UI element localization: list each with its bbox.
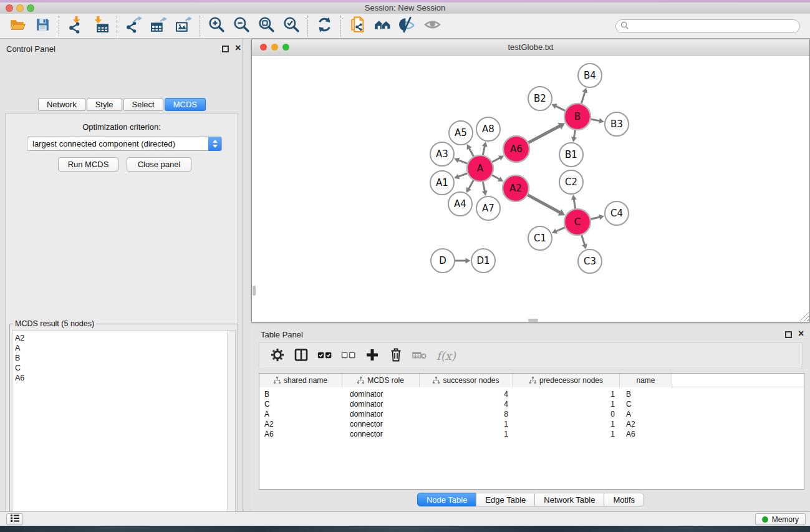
mcds-list-scrollbar[interactable]: [227, 331, 235, 532]
memory-button[interactable]: Memory: [755, 513, 806, 525]
cell-mcds-role[interactable]: connector: [342, 429, 420, 439]
column-header-predecessor-nodes[interactable]: predecessor nodes: [513, 374, 620, 387]
optimization-criterion-select[interactable]: largest connected component (directed): [27, 137, 222, 151]
close-table-panel-icon[interactable]: ×: [798, 327, 804, 340]
select-all-rows-button[interactable]: [316, 346, 334, 367]
table-row[interactable]: A2connector11A2: [259, 419, 804, 429]
canvas-vertical-scroll-thumb[interactable]: [253, 286, 256, 296]
network-canvas[interactable]: B4B2BB3A5A8A6B1A3AA1C2A2A4A7CC4C1C3DD1: [253, 56, 809, 322]
show-column-button[interactable]: [292, 346, 311, 367]
graph-edge-C-C4[interactable]: [590, 217, 600, 220]
cell-mcds-role[interactable]: connector: [342, 419, 420, 429]
graph-edge-A-A6[interactable]: [491, 158, 500, 163]
column-header-name[interactable]: name: [620, 374, 672, 387]
tab-select[interactable]: Select: [123, 98, 163, 111]
network-minimize-button[interactable]: [271, 44, 278, 51]
graph-edge-A-A1[interactable]: [458, 173, 469, 177]
first-neighbors-button[interactable]: [370, 15, 395, 37]
delete-column-button[interactable]: [387, 346, 405, 367]
cell-predecessor-nodes[interactable]: 1: [513, 419, 620, 429]
graph-edge-C-C1[interactable]: [556, 227, 566, 231]
table-row[interactable]: Bdominator41B: [259, 389, 804, 399]
save-session-button[interactable]: [30, 15, 55, 37]
show-all-button[interactable]: [420, 15, 445, 37]
mcds-result-item[interactable]: A6: [12, 373, 235, 383]
show-task-history-button[interactable]: [6, 513, 23, 525]
graph-edge-B-B3[interactable]: [590, 119, 600, 121]
apply-function-button[interactable]: f(x): [434, 346, 456, 367]
cell-predecessor-nodes[interactable]: 1: [513, 399, 620, 409]
export-network-button[interactable]: [121, 15, 146, 37]
deselect-all-rows-button[interactable]: [339, 346, 358, 367]
open-file-button[interactable]: [5, 15, 30, 37]
run-mcds-button[interactable]: Run MCDS: [58, 157, 118, 172]
tab-node-table[interactable]: Node Table: [417, 493, 477, 506]
graph-edge-A2-C[interactable]: [527, 195, 561, 213]
graph-edge-A6-B[interactable]: [528, 126, 561, 143]
cell-shared-name[interactable]: A: [259, 409, 342, 419]
table-options-button[interactable]: [268, 346, 287, 367]
close-window-button[interactable]: [6, 4, 13, 12]
canvas-horizontal-scroll-thumb[interactable]: [528, 319, 538, 322]
network-zoom-button[interactable]: [282, 44, 289, 51]
cell-name[interactable]: B: [620, 389, 672, 399]
cell-name[interactable]: A: [620, 409, 672, 419]
import-network-button[interactable]: [63, 15, 88, 37]
zoom-window-button[interactable]: [27, 4, 34, 12]
cell-mcds-role[interactable]: dominator: [342, 409, 420, 419]
graph-edge-A-A3[interactable]: [458, 160, 469, 164]
tab-motifs[interactable]: Motifs: [604, 493, 644, 506]
cell-shared-name[interactable]: A2: [259, 419, 342, 429]
float-table-panel-icon[interactable]: [785, 331, 792, 338]
table-row[interactable]: Adominator80A: [259, 409, 804, 419]
cell-mcds-role[interactable]: dominator: [342, 399, 420, 409]
graph-edge-A-A4[interactable]: [468, 179, 474, 189]
table-row[interactable]: Cdominator41C: [259, 399, 804, 409]
export-image-button[interactable]: [171, 15, 196, 37]
graph-edge-A-A7[interactable]: [483, 181, 485, 191]
column-header-successor-nodes[interactable]: successor nodes: [420, 374, 513, 387]
delete-table-button[interactable]: [410, 346, 429, 367]
cell-shared-name[interactable]: A6: [259, 429, 342, 439]
search-input[interactable]: [631, 22, 795, 31]
zoom-in-button[interactable]: [204, 15, 229, 37]
tab-network-table[interactable]: Network Table: [534, 493, 604, 506]
tab-network[interactable]: Network: [38, 98, 85, 111]
network-window-titlebar[interactable]: testGlobe.txt: [252, 39, 809, 56]
network-close-button[interactable]: [260, 44, 267, 51]
cell-predecessor-nodes[interactable]: 1: [513, 389, 620, 399]
cell-successor-nodes[interactable]: 8: [420, 409, 513, 419]
cell-successor-nodes[interactable]: 1: [420, 429, 513, 439]
minimize-window-button[interactable]: [16, 4, 24, 12]
close-panel-button[interactable]: Close panel: [127, 157, 191, 172]
cell-successor-nodes[interactable]: 1: [420, 419, 513, 429]
graph-edge-C-C3[interactable]: [581, 234, 585, 245]
tab-mcds[interactable]: MCDS: [165, 98, 206, 111]
zoom-out-button[interactable]: [229, 15, 254, 37]
graph-edge-B-B4[interactable]: [581, 92, 585, 105]
graph-edge-C-C2[interactable]: [574, 199, 576, 210]
cell-name[interactable]: C: [620, 399, 672, 409]
column-header-mcds-role[interactable]: MCDS role: [342, 374, 420, 387]
graph-edge-A-A8[interactable]: [483, 146, 485, 156]
refresh-network-button[interactable]: [312, 15, 337, 37]
close-panel-icon[interactable]: ×: [235, 42, 241, 54]
cell-successor-nodes[interactable]: 4: [420, 389, 513, 399]
new-network-from-selection-button[interactable]: [345, 15, 370, 37]
mcds-result-item[interactable]: C: [12, 363, 235, 373]
cell-predecessor-nodes[interactable]: 1: [513, 429, 620, 439]
cell-shared-name[interactable]: B: [259, 389, 342, 399]
cell-name[interactable]: A6: [620, 429, 672, 439]
cell-mcds-role[interactable]: dominator: [342, 389, 420, 399]
node-table[interactable]: shared nameMCDS rolesuccessor nodesprede…: [259, 373, 804, 490]
mcds-result-item[interactable]: B: [12, 353, 235, 363]
cell-predecessor-nodes[interactable]: 0: [513, 409, 620, 419]
hide-selected-button[interactable]: [395, 15, 420, 37]
graph-edge-A-A5[interactable]: [469, 148, 474, 157]
export-table-button[interactable]: [146, 15, 171, 37]
tab-style[interactable]: Style: [87, 98, 122, 111]
cell-shared-name[interactable]: C: [259, 399, 342, 409]
mcds-result-item[interactable]: A2: [12, 333, 235, 343]
import-table-button[interactable]: [88, 15, 113, 37]
column-header-shared-name[interactable]: shared name: [259, 374, 342, 387]
